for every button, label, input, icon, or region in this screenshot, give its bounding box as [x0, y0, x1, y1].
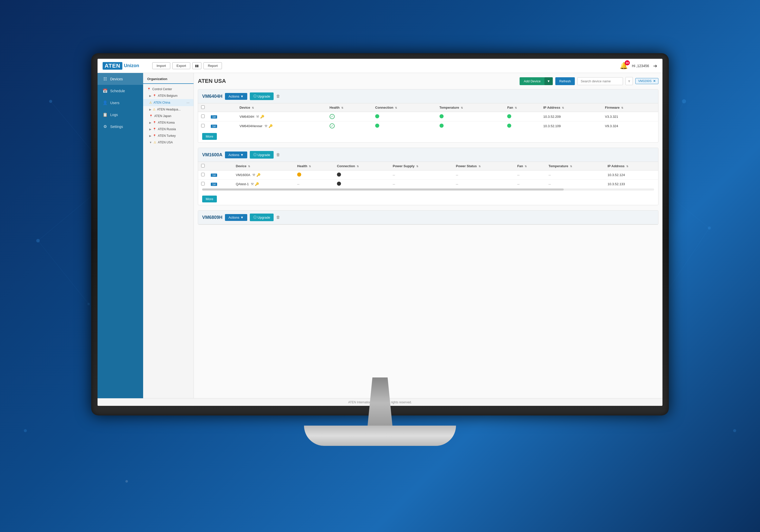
fan-dash-2: –	[517, 182, 520, 186]
td-ip-row1-vm1600a: 10.3.52.124	[604, 170, 658, 180]
th-power-status-vm1600a[interactable]: Power Status ⇅	[453, 162, 514, 170]
logout-icon[interactable]: ➜	[653, 63, 657, 69]
svg-point-7	[708, 226, 711, 229]
sidebar-item-devices[interactable]: ☷ Devices	[98, 73, 143, 85]
report-button[interactable]: Report	[204, 62, 222, 69]
scroll-thumb-vm1600a[interactable]	[202, 188, 564, 190]
org-item-usa[interactable]: ▼ ⚠ ATEN USA	[143, 139, 194, 146]
search-input[interactable]	[577, 77, 623, 85]
th-fan-vm6404h[interactable]: Fan ⇅	[504, 103, 540, 112]
td-checkbox-row2-vm1600a	[198, 180, 208, 189]
device-icons-vm1600a-row1: ⚒ 🔑	[252, 173, 261, 177]
delete-button-vm1600a[interactable]: 🗑	[276, 153, 280, 157]
sidebar-logs-label: Logs	[110, 113, 118, 117]
add-device-dropdown-button[interactable]: ▼	[545, 77, 553, 85]
sidebar-item-logs[interactable]: 📋 Logs	[98, 109, 143, 121]
device-group-header-vm1600a: VM1600A Actions ▼ ⓘ Upgrade 🗑	[198, 148, 658, 162]
svg-point-0	[49, 100, 52, 103]
logo-area: ATEN Unizon	[103, 62, 148, 70]
upgrade-button-vm6809h[interactable]: ⓘ Upgrade	[250, 214, 274, 221]
th-temperature-vm1600a[interactable]: Temperature ⇅	[546, 162, 604, 170]
row-checkbox-2-vm1600a[interactable]	[201, 182, 205, 185]
org-item-turkey[interactable]: ▶ 📍 ATEN Turkey	[143, 132, 194, 139]
th-status-vm6404h	[208, 103, 237, 112]
sidebar-settings-label: Settings	[110, 124, 123, 129]
td-health-row2-vm6404h: ✓	[327, 121, 372, 131]
fan-dot-2	[507, 123, 511, 128]
sort-arrows-health: ⇅	[341, 106, 343, 109]
notification-bell[interactable]: 🔔 04	[620, 62, 628, 70]
th-fan-vm1600a[interactable]: Fan ⇅	[514, 162, 546, 170]
th-health-vm6404h[interactable]: Health ⇅	[327, 103, 372, 112]
sidebar-item-schedule[interactable]: 📅 Schedule	[98, 85, 143, 97]
users-icon: 👤	[103, 100, 108, 105]
more-button-vm1600a[interactable]: More	[202, 196, 217, 202]
org-item-belgium[interactable]: ▶ 📍 ATEN Belgium	[143, 92, 194, 99]
org-item-japan[interactable]: 📍 ATEN Japan	[143, 113, 194, 119]
actions-button-vm6809h[interactable]: Actions ▼	[225, 214, 247, 221]
horizontal-scrollbar-vm1600a[interactable]	[202, 188, 654, 190]
th-power-supply-vm1600a[interactable]: Power Supply ⇅	[390, 162, 453, 170]
svg-point-10	[24, 429, 27, 432]
org-label-turkey: ATEN Turkey	[158, 134, 175, 138]
sidebar-item-settings[interactable]: ⚙ Settings	[98, 121, 143, 132]
filter-tag-close[interactable]: ✕	[653, 79, 656, 83]
org-item-china[interactable]: ⚠ ATEN China ···	[143, 99, 194, 106]
table-row: 1st VM6404H ⚒ 🔑	[198, 112, 658, 121]
row-checkbox-2-vm6404h[interactable]	[201, 124, 205, 127]
refresh-button[interactable]: Refresh	[555, 77, 575, 85]
more-button-vm6404h[interactable]: More	[202, 133, 217, 140]
org-item-korea[interactable]: ▶ 📍 ATEN Korea	[143, 119, 194, 126]
import-button[interactable]: Import	[152, 62, 170, 69]
upgrade-button-vm1600a[interactable]: ⓘ Upgrade	[250, 151, 274, 159]
more-dots-icon[interactable]: ···	[186, 101, 189, 105]
connection-dot-1	[375, 114, 379, 118]
device-label-vm6404h-row2: VM6404Herewr ⚒ 🔑	[240, 124, 323, 128]
filter-button[interactable]: ▿	[626, 77, 633, 85]
th-connection-vm6404h[interactable]: Connection ⇅	[372, 103, 436, 112]
add-device-button[interactable]: Add Device	[520, 77, 545, 85]
power-status-dash-1: –	[456, 173, 458, 177]
devices-icon: ☷	[103, 76, 108, 81]
org-label-china: ATEN China	[154, 101, 170, 104]
fan-dot-1	[507, 114, 511, 118]
th-health-vm1600a[interactable]: Health ⇅	[294, 162, 334, 170]
upgrade-button-vm6404h[interactable]: ⓘ Upgrade	[250, 92, 274, 100]
sidebar-item-users[interactable]: 👤 Users	[98, 97, 143, 109]
org-item-hq[interactable]: ▶ ⚠ ATEN Headqua...	[143, 106, 194, 113]
th-device-vm6404h[interactable]: Device ⇅	[237, 103, 327, 112]
sort-arrows-fw: ⇅	[621, 106, 623, 109]
actions-button-vm1600a[interactable]: Actions ▼	[225, 152, 247, 158]
logo-aten: ATEN	[103, 62, 122, 70]
th-temperature-vm6404h[interactable]: Temperature ⇅	[437, 103, 504, 112]
td-checkbox-row1-vm1600a	[198, 170, 208, 180]
warn-icon-usa: ⚠	[154, 141, 156, 144]
delete-button-vm6404h[interactable]: 🗑	[276, 94, 280, 99]
wrench-icon: ⚒	[256, 115, 259, 119]
th-ip-vm1600a[interactable]: IP Address ⇅	[604, 162, 658, 170]
row-checkbox-1-vm1600a[interactable]	[201, 173, 205, 176]
key-icon-2: 🔑	[268, 124, 272, 128]
actions-button-vm6404h[interactable]: Actions ▼	[225, 93, 247, 100]
svg-point-11	[125, 480, 128, 483]
delete-button-vm6809h[interactable]: 🗑	[276, 215, 280, 219]
chevron-right-icon-turkey: ▶	[149, 134, 151, 138]
org-item-russia[interactable]: ▶ 📍 ATEN Russia	[143, 126, 194, 132]
select-all-checkbox-vm6404h[interactable]	[201, 105, 205, 109]
th-device-vm1600a[interactable]: Device ⇅	[233, 162, 294, 170]
org-item-control-center[interactable]: 📍 Control Center	[143, 86, 194, 92]
health-status-green-check-2: ✓	[330, 123, 335, 128]
connection-dot-black-1	[337, 172, 341, 176]
sidebar: ☷ Devices 📅 Schedule 👤 Users 📋 Logs ⚙	[98, 73, 143, 398]
select-all-checkbox-vm1600a[interactable]	[201, 164, 205, 168]
th-connection-vm1600a[interactable]: Connection ⇅	[334, 162, 390, 170]
chart-button[interactable]: ▮▮	[192, 62, 201, 69]
export-button[interactable]: Export	[172, 62, 191, 69]
td-fan-row2-vm6404h	[504, 121, 540, 131]
warn-icon-china: ⚠	[149, 101, 152, 104]
device-label-vm1600a-row1: VM1600A ⚒ 🔑	[236, 173, 291, 177]
th-firmware-vm6404h[interactable]: Firmware ⇅	[602, 103, 658, 112]
logs-icon: 📋	[103, 112, 108, 117]
th-ip-vm6404h[interactable]: IP Address ⇅	[540, 103, 602, 112]
row-checkbox-1-vm6404h[interactable]	[201, 115, 205, 118]
